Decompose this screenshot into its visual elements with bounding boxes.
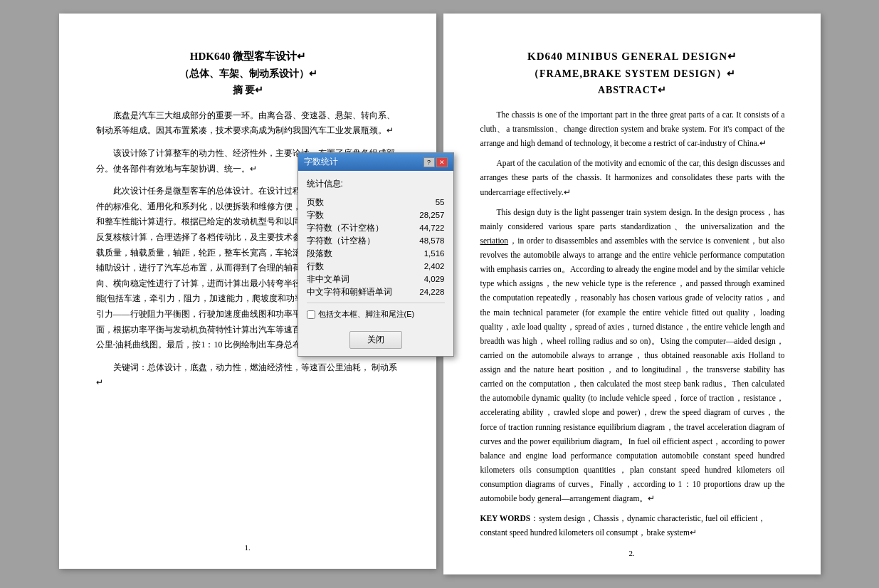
dialog-titlebar: 字数统计 ? ✕ [298, 153, 453, 171]
pages-container: HDK640 微型客车设计↵ （总体、车架、制动系设计）↵ 摘 要↵ 底盘是汽车… [59, 14, 821, 574]
stats-label-1: 字数 [307, 209, 414, 221]
stats-label-2: 字符数（不计空格） [307, 221, 414, 234]
right-paragraph-3: KEY WORDS：system design，Chassis，dynamic … [480, 511, 785, 540]
stats-row-2: 字符数（不计空格）44,722 [307, 221, 445, 234]
left-paragraph-0: 底盘是汽车三大组成部分的重要一环。由离合器、变速器、悬架、转向系、制动系等组成。… [96, 108, 401, 139]
stats-value-4: 1,516 [414, 247, 445, 260]
stats-value-0: 55 [414, 196, 445, 209]
titlebar-buttons: ? ✕ [423, 157, 448, 167]
right-page-num: 2. [443, 549, 821, 557]
stats-value-3: 48,578 [414, 234, 445, 247]
stats-value-1: 28,257 [414, 209, 445, 221]
help-button[interactable]: ? [423, 157, 435, 167]
stats-label-3: 字符数（计空格） [307, 234, 414, 247]
stats-label-4: 段落数 [307, 247, 414, 260]
stats-label-6: 非中文单词 [307, 273, 414, 285]
checkbox-label: 包括文本框、脚注和尾注(E) [318, 309, 415, 320]
stats-row-1: 字数28,257 [307, 209, 445, 221]
page-right: KD640 MINIBUS GENERAL DESIGN↵ （FRAME,BRA… [443, 14, 821, 574]
stats-label-0: 页数 [307, 196, 414, 209]
right-title-line2: （FRAME,BRAKE SYSTEM DESIGN）↵ [480, 66, 785, 82]
stats-label-7: 中文字符和朝鲜语单词 [307, 285, 414, 298]
stats-table: 页数55字数28,257字符数（不计空格）44,722字符数（计空格）48,57… [307, 196, 445, 298]
stats-label-5: 行数 [307, 260, 414, 273]
stats-value-5: 2,402 [414, 260, 445, 273]
stats-row-6: 非中文单词4,029 [307, 273, 445, 285]
dialog-footer: 关闭 [298, 327, 453, 356]
left-page-num: 1. [59, 543, 436, 552]
left-paragraph-3: 关键词：总体设计，底盘，动力性，燃油经济性，等速百公里油耗， 制动系↵ [96, 360, 401, 391]
divider [307, 303, 445, 303]
stats-value-2: 44,722 [414, 221, 445, 234]
stats-row-5: 行数2,402 [307, 260, 445, 273]
close-icon-button[interactable]: ✕ [436, 157, 448, 167]
stats-row-0: 页数55 [307, 196, 445, 209]
checkbox-row[interactable]: 包括文本框、脚注和尾注(E) [307, 309, 445, 320]
stats-value-6: 4,029 [414, 273, 445, 285]
right-paragraphs: The chassis is one of the important part… [480, 107, 785, 540]
right-paragraph-1: Apart of the caculation of the motivity … [480, 156, 785, 199]
left-title-line1: HDK640 微型客车设计↵ [96, 48, 401, 65]
stats-title: 统计信息: [307, 178, 445, 190]
right-title-line1: KD640 MINIBUS GENERAL DESIGN↵ [480, 48, 785, 65]
word-count-dialog[interactable]: 字数统计 ? ✕ 统计信息: 页数55字数28,257字符数（不计空格）44,7… [298, 152, 454, 357]
dialog-title: 字数统计 [304, 156, 338, 168]
right-abstract-label: ABSTRACT↵ [480, 84, 785, 96]
left-abstract-label: 摘 要↵ [96, 84, 401, 97]
right-paragraph-2: This design duty is the light passenger … [480, 205, 785, 506]
left-title-line2: （总体、车架、制动系设计）↵ [96, 66, 401, 82]
stats-row-7: 中文字符和朝鲜语单词24,228 [307, 285, 445, 298]
right-paragraph-0: The chassis is one of the important part… [480, 107, 785, 150]
stats-row-3: 字符数（计空格）48,578 [307, 234, 445, 247]
stats-row-4: 段落数1,516 [307, 247, 445, 260]
close-button[interactable]: 关闭 [349, 331, 402, 349]
include-checkbox[interactable] [307, 310, 315, 319]
dialog-body: 统计信息: 页数55字数28,257字符数（不计空格）44,722字符数（计空格… [298, 171, 453, 327]
stats-value-7: 24,228 [414, 285, 445, 298]
